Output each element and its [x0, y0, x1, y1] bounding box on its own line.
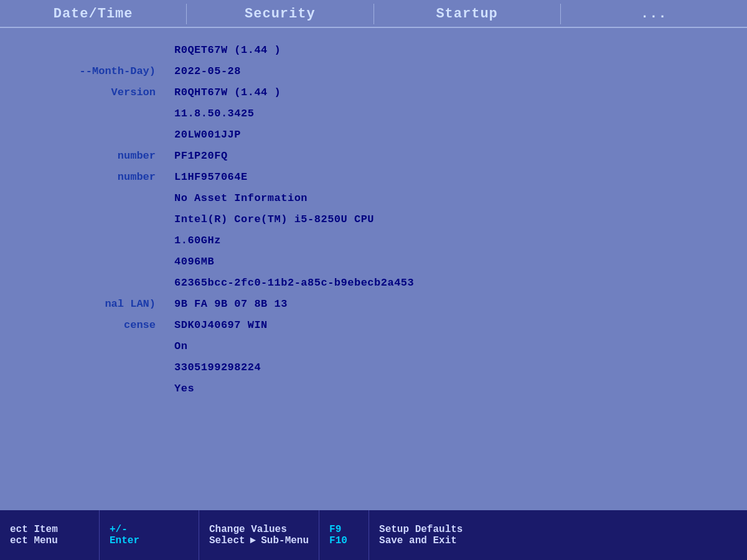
label-row-3: [6, 103, 162, 124]
status-select-item-label: ect Item: [10, 524, 89, 535]
status-setup-defaults-label: Setup Defaults: [379, 524, 463, 535]
label-row-15: [6, 357, 162, 378]
status-change-values-label: Change Values: [209, 524, 309, 535]
nav-startup[interactable]: Startup: [374, 4, 561, 24]
status-bar: ect Item ect Menu +/- Enter Change Value…: [0, 510, 747, 560]
status-fkeys: F9 F10: [319, 510, 369, 560]
nav-datetime[interactable]: Date/Time: [0, 4, 187, 24]
status-select-menu-label: ect Menu: [10, 535, 89, 546]
status-nav: ect Item ect Menu: [0, 510, 100, 560]
labels-column: --Month-Day)Version numbernumber nal LAN…: [0, 39, 162, 503]
status-actions: Change Values Select ► Sub-Menu: [199, 510, 319, 560]
value-row-7: No Asset Information: [174, 187, 747, 208]
top-nav: Date/Time Security Startup ...: [0, 0, 747, 28]
label-row-10: [6, 251, 162, 272]
value-row-2: R0QHT67W (1.44 ): [174, 82, 747, 103]
status-descriptions: Setup Defaults Save and Exit: [369, 510, 472, 560]
label-row-8: [6, 208, 162, 230]
status-f10-key: F10: [329, 535, 347, 546]
nav-security[interactable]: Security: [187, 4, 374, 24]
status-save-exit-label: Save and Exit: [379, 535, 463, 546]
value-row-14: On: [174, 335, 747, 357]
value-row-8: Intel(R) Core(TM) i5-8250U CPU: [174, 208, 747, 230]
label-row-11: [6, 272, 162, 293]
label-row-0: [6, 39, 162, 60]
value-row-5: PF1P20FQ: [174, 145, 747, 166]
arrow-right-icon: ►: [250, 535, 256, 546]
label-row-4: [6, 124, 162, 145]
value-row-13: SDK0J40697 WIN: [174, 314, 747, 335]
value-row-16: Yes: [174, 378, 747, 399]
nav-extra[interactable]: ...: [561, 4, 747, 24]
status-plusminus-key: +/-: [110, 524, 128, 535]
value-row-12: 9B FA 9B 07 8B 13: [174, 293, 747, 314]
values-column: R0QET67W (1.44 )2022-05-28R0QHT67W (1.44…: [162, 39, 747, 503]
value-row-15: 3305199298224: [174, 357, 747, 378]
value-row-3: 11.8.50.3425: [174, 103, 747, 124]
label-row-7: [6, 187, 162, 208]
status-submenu-label: Sub-Menu: [261, 535, 309, 546]
value-row-11: 62365bcc-2fc0-11b2-a85c-b9ebecb2a453: [174, 272, 747, 293]
label-row-13: cense: [6, 314, 162, 335]
label-row-9: [6, 230, 162, 251]
status-f9-key: F9: [329, 524, 341, 535]
label-row-5: number: [6, 145, 162, 166]
label-row-2: Version: [6, 82, 162, 103]
value-row-9: 1.60GHz: [174, 230, 747, 251]
label-row-14: [6, 335, 162, 357]
label-row-1: --Month-Day): [6, 60, 162, 82]
label-row-6: number: [6, 166, 162, 187]
value-row-1: 2022-05-28: [174, 60, 747, 82]
main-content: --Month-Day)Version numbernumber nal LAN…: [0, 28, 747, 503]
status-select-label: Select: [209, 535, 245, 546]
value-row-4: 20LW001JJP: [174, 124, 747, 145]
value-row-6: L1HF957064E: [174, 166, 747, 187]
status-enter-key: Enter: [110, 535, 139, 546]
status-keys: +/- Enter: [100, 510, 199, 560]
label-row-16: [6, 378, 162, 399]
value-row-10: 4096MB: [174, 251, 747, 272]
label-row-12: nal LAN): [6, 293, 162, 314]
value-row-0: R0QET67W (1.44 ): [174, 39, 747, 60]
